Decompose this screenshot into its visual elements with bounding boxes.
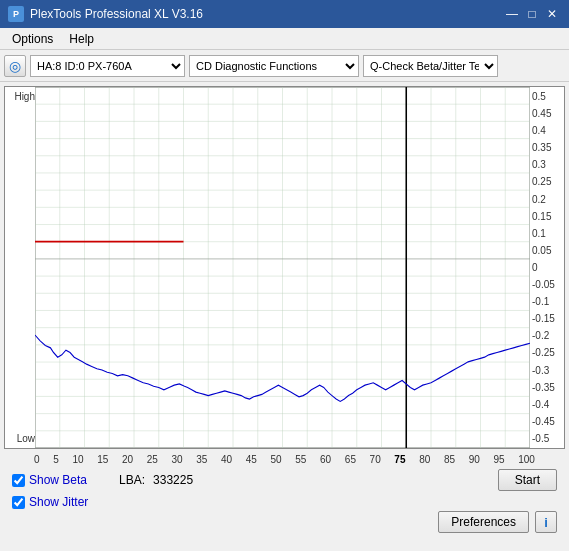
close-button[interactable]: ✕	[543, 6, 561, 22]
bottom-panel: Show Beta LBA: 333225 Start Show Jitter …	[4, 465, 565, 547]
chart-container: High Low	[4, 86, 565, 449]
chart-svg	[35, 87, 530, 448]
info-button[interactable]: i	[535, 511, 557, 533]
y-axis-right: 0.5 0.45 0.4 0.35 0.3 0.25 0.2 0.15 0.1 …	[532, 87, 562, 448]
menu-bar: Options Help	[0, 28, 569, 50]
y-high-label: High	[7, 91, 35, 102]
window-controls: — □ ✕	[503, 6, 561, 22]
window-title: PlexTools Professional XL V3.16	[30, 7, 203, 21]
x-axis-labels: 0 5 10 15 20 25 30 35 40 45 50 55 60 65 …	[4, 454, 565, 465]
chart-svg-container	[35, 87, 530, 448]
lba-section: LBA: 333225	[119, 473, 193, 487]
drive-icon-button[interactable]: ◎	[4, 55, 26, 77]
drive-select[interactable]: HA:8 ID:0 PX-760A	[30, 55, 185, 77]
controls-row1: Show Beta LBA: 333225 Start	[4, 465, 565, 495]
y-low-label: Low	[7, 433, 35, 444]
show-jitter-checkbox-label[interactable]: Show Jitter	[12, 495, 88, 509]
show-jitter-label: Show Jitter	[29, 495, 88, 509]
preferences-button[interactable]: Preferences	[438, 511, 529, 533]
main-content: High Low	[0, 82, 569, 551]
lba-value: 333225	[153, 473, 193, 487]
app-icon: P	[8, 6, 24, 22]
show-beta-checkbox[interactable]	[12, 474, 25, 487]
y-axis-left: High Low	[7, 87, 35, 448]
menu-options[interactable]: Options	[4, 30, 61, 48]
menu-help[interactable]: Help	[61, 30, 102, 48]
show-beta-checkbox-label[interactable]: Show Beta	[12, 473, 87, 487]
lba-label: LBA:	[119, 473, 145, 487]
maximize-button[interactable]: □	[523, 6, 541, 22]
show-jitter-checkbox[interactable]	[12, 496, 25, 509]
test-select[interactable]: Q-Check Beta/Jitter Test	[363, 55, 498, 77]
toolbar: ◎ HA:8 ID:0 PX-760A CD Diagnostic Functi…	[0, 50, 569, 82]
controls-row3: Preferences i	[4, 509, 565, 535]
start-button[interactable]: Start	[498, 469, 557, 491]
function-select[interactable]: CD Diagnostic Functions	[189, 55, 359, 77]
title-bar: P PlexTools Professional XL V3.16 — □ ✕	[0, 0, 569, 28]
show-beta-label: Show Beta	[29, 473, 87, 487]
controls-row2: Show Jitter	[4, 495, 565, 509]
drive-icon: ◎	[9, 58, 21, 74]
minimize-button[interactable]: —	[503, 6, 521, 22]
